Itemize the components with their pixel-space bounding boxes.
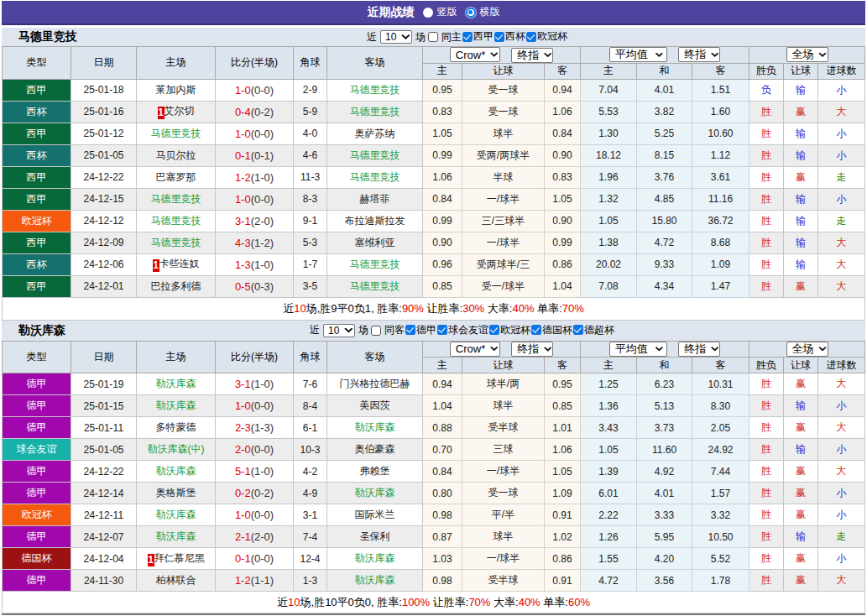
avg-select[interactable]: 平均值	[609, 342, 667, 357]
half-time-score: (1-0)	[251, 258, 274, 271]
away-team-name: 布拉迪斯拉发	[345, 215, 405, 227]
scope-select[interactable]: 全场	[786, 47, 828, 62]
competition-filter[interactable]: 欧冠杯	[488, 323, 530, 337]
avg-draw: 3.76	[637, 166, 692, 188]
checkbox-checked-icon[interactable]	[494, 32, 504, 42]
competition-filter[interactable]: 德超杯	[572, 323, 614, 337]
match-count-select[interactable]: 10	[323, 324, 355, 337]
competition-filters: 西甲西杯欧冠杯	[462, 29, 567, 44]
competition-filter[interactable]: 西甲	[462, 29, 494, 44]
full-time-score: 1-0	[235, 509, 251, 521]
competition-filters: 德甲球会友谊欧冠杯德国杯德超杯	[405, 323, 614, 338]
home-team: 巴塞罗那	[137, 166, 216, 188]
match-count-select[interactable]: 10	[380, 30, 412, 44]
away-team: 国际米兰	[327, 504, 423, 526]
avg-away: 10.31	[692, 373, 749, 395]
away-team-name: 马德里竞技	[350, 149, 400, 161]
away-odds: 0.94	[545, 79, 581, 101]
checkbox-checked-icon[interactable]	[489, 325, 499, 335]
filter-games-label: 场	[415, 30, 426, 44]
away-team-name: 勒沃库森	[355, 487, 395, 499]
result-handicap: 赢	[784, 548, 818, 570]
bookmaker-select[interactable]: Crow*	[450, 342, 500, 357]
away-team-name: 赫塔菲	[360, 193, 390, 205]
checkbox-unchecked-icon[interactable]	[371, 326, 381, 336]
checkbox-checked-icon[interactable]	[405, 325, 415, 335]
score-cell: 3-1(2-0)	[216, 210, 294, 232]
checkbox-unchecked-icon[interactable]	[428, 32, 438, 42]
full-time-score: 4-3	[235, 237, 251, 249]
avg-time-select[interactable]: 终指	[678, 342, 720, 357]
scope-select[interactable]: 全场	[786, 342, 828, 357]
odds-time-select[interactable]: 终指	[511, 48, 553, 63]
avg-home: 1.32	[581, 188, 637, 210]
result-goals: 大	[818, 461, 865, 483]
competition-filter[interactable]: 球会友谊	[436, 323, 488, 337]
competition-filter[interactable]: 欧冠杯	[525, 29, 567, 44]
result-handicap: 输	[784, 253, 818, 275]
checkbox-checked-icon[interactable]	[526, 32, 536, 42]
result-winlose: 胜	[749, 395, 784, 417]
result-winlose: 胜	[749, 548, 784, 570]
avg-select[interactable]: 平均值	[609, 47, 667, 62]
home-team: 马德里竞技	[137, 210, 216, 232]
avg-home: 1.25	[581, 373, 637, 395]
competition-filter[interactable]: 德甲	[405, 323, 436, 337]
sub-header: 客	[545, 358, 581, 373]
checkbox-checked-icon[interactable]	[573, 325, 583, 335]
score-cell: 1-0(0-0)	[216, 123, 294, 144]
same-venue-filter[interactable]: 同主	[426, 30, 462, 44]
same-venue-filter[interactable]: 同客	[368, 323, 405, 337]
competition-filter[interactable]: 西杯	[494, 29, 525, 44]
avg-away: 8.68	[692, 232, 749, 253]
away-team-name: 勒沃库森	[355, 574, 395, 586]
table-row: 西甲 25-01-18 莱加内斯 1-0(0-0) 2-9 马德里竞技 0.95…	[3, 79, 865, 101]
radio-horizontal[interactable]	[466, 8, 476, 18]
competition-filter[interactable]: 德国杯	[530, 323, 572, 337]
radio-vertical-label[interactable]: 竖版	[437, 5, 457, 19]
avg-time-select[interactable]: 终指	[678, 47, 720, 62]
sub-header: 客	[545, 63, 581, 79]
bookmaker-select-value: Crow*	[456, 49, 485, 61]
summary-segment: 近	[283, 302, 294, 315]
home-team: 多特蒙德	[137, 417, 216, 439]
home-team: 马德里竞技	[137, 188, 216, 210]
table-row: 西杯 25-01-16 1艾尔切 0-4(0-2) 5-9 马德里竞技 0.83…	[3, 101, 865, 123]
half-time-score: (1-1)	[251, 574, 274, 587]
avg-home: 20.02	[581, 253, 637, 275]
filter-near-label: 近	[310, 323, 320, 337]
away-team: 塞维利亚	[327, 232, 423, 253]
corner-count: 3-1	[294, 504, 327, 526]
bookmaker-select[interactable]: Crow*	[450, 47, 500, 62]
summary-segment: 近	[277, 596, 288, 608]
radio-horizontal-label[interactable]: 横版	[480, 5, 500, 19]
avg-time-select-value: 终指	[684, 47, 706, 62]
result-goals: 小	[818, 483, 865, 504]
away-odds: 1.06	[545, 439, 581, 461]
summary-segment: 10	[294, 302, 306, 315]
result-goals: 大	[818, 253, 865, 275]
avg-draw: 4.20	[637, 548, 692, 570]
checkbox-checked-icon[interactable]	[531, 325, 541, 335]
match-count-value: 10	[385, 31, 396, 43]
avg-away: 1.57	[692, 483, 749, 504]
checkbox-checked-icon[interactable]	[437, 325, 447, 335]
away-odds: 0.90	[545, 210, 581, 232]
odds-time-select[interactable]: 终指	[511, 342, 553, 357]
result-handicap: 输	[784, 144, 818, 166]
table-row: 西甲 24-12-01 巴拉多利德 0-5(0-3) 3-5 马德里竞技 0.8…	[3, 275, 865, 297]
home-odds: 0.87	[423, 526, 462, 548]
home-team-name: 巴塞罗那	[156, 171, 196, 183]
radio-vertical[interactable]	[423, 8, 433, 18]
away-team: 马德里竞技	[327, 79, 423, 101]
result-winlose: 负	[749, 79, 784, 101]
col-header-home: 主场	[137, 342, 216, 373]
col-header-away: 客场	[327, 342, 423, 373]
away-team-name: 美因茨	[360, 399, 390, 411]
corner-count: 8-4	[294, 395, 327, 417]
away-team-name: 塞维利亚	[355, 237, 395, 248]
away-odds: 1.05	[545, 188, 581, 210]
full-time-score: 0-2	[235, 487, 251, 499]
match-date: 24-12-22	[71, 166, 137, 188]
checkbox-checked-icon[interactable]	[462, 32, 473, 42]
